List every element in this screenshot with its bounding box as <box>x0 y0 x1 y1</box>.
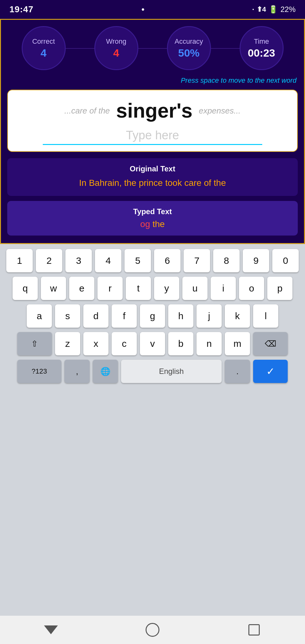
time-value: 00:23 <box>248 47 275 59</box>
key-e[interactable]: e <box>69 277 94 300</box>
stat-correct: Correct 4 <box>22 26 66 70</box>
key-p[interactable]: p <box>267 277 292 300</box>
original-text-box: Original Text In Bahrain, the prince too… <box>7 158 298 196</box>
key-6[interactable]: 6 <box>154 249 180 272</box>
signal-icon: ⬆4 <box>257 5 266 14</box>
stat-accuracy: Accuracy 50% <box>167 26 211 70</box>
key-d[interactable]: d <box>83 304 108 328</box>
context-before: ...care of the <box>64 106 110 116</box>
typed-correct-part: the <box>150 219 165 229</box>
typed-text-box: Typed Text og the <box>7 201 298 236</box>
key-k[interactable]: k <box>225 304 250 328</box>
qwerty-row: q w e r t y u i o p <box>3 277 302 300</box>
key-t[interactable]: t <box>126 277 151 300</box>
key-a[interactable]: a <box>27 304 52 328</box>
key-7[interactable]: 7 <box>184 249 210 272</box>
typed-wrong-part: og <box>140 219 150 229</box>
backspace-key[interactable]: ⌫ <box>253 332 288 355</box>
key-i[interactable]: i <box>211 277 236 300</box>
accuracy-value: 50% <box>178 47 199 59</box>
key-2[interactable]: 2 <box>36 249 62 272</box>
original-text-label: Original Text <box>15 164 290 173</box>
time-label: Time <box>254 37 269 46</box>
bottom-row: ?123 , 🌐 English . ✓ <box>3 360 302 383</box>
status-time: 19:47 <box>9 4 34 14</box>
key-c[interactable]: c <box>112 332 137 355</box>
key-3[interactable]: 3 <box>65 249 92 272</box>
asdf-row: a s d f g h j k l <box>3 304 302 328</box>
type-input-area[interactable]: Type here <box>15 129 290 145</box>
key-n[interactable]: n <box>197 332 222 355</box>
typed-text-label: Typed Text <box>15 207 290 216</box>
key-z[interactable]: z <box>55 332 80 355</box>
type-underline <box>43 144 262 145</box>
key-g[interactable]: g <box>140 304 165 328</box>
app-container: Correct 4 Wrong 4 Accuracy 50% Time 00:2… <box>0 19 305 244</box>
stats-row: Correct 4 Wrong 4 Accuracy 50% Time 00:2… <box>7 26 298 70</box>
back-icon <box>44 625 58 634</box>
symbols-key[interactable]: ?123 <box>17 360 61 383</box>
key-y[interactable]: y <box>154 277 179 300</box>
context-after: expenses... <box>199 106 241 116</box>
correct-label: Correct <box>32 37 55 46</box>
signal-dot: • <box>252 7 254 12</box>
enter-key[interactable]: ✓ <box>253 360 288 383</box>
number-row: 1 2 3 4 5 6 7 8 9 0 <box>3 249 302 272</box>
status-dot: • <box>141 4 145 14</box>
space-key[interactable]: English <box>121 360 222 383</box>
stat-wrong: Wrong 4 <box>94 26 138 70</box>
typed-text-content: og the <box>15 219 290 229</box>
key-0[interactable]: 0 <box>272 249 299 272</box>
key-5[interactable]: 5 <box>125 249 151 272</box>
key-h[interactable]: h <box>168 304 193 328</box>
comma-key[interactable]: , <box>64 360 90 383</box>
original-text-content: In Bahrain, the prince took care of the <box>15 176 290 190</box>
nav-bar <box>0 616 305 644</box>
battery-percent: 22% <box>280 5 296 14</box>
status-bar: 19:47 • • ⬆4 🔋 22% <box>0 0 305 19</box>
wrong-value: 4 <box>113 47 119 59</box>
key-r[interactable]: r <box>97 277 123 300</box>
key-f[interactable]: f <box>112 304 137 328</box>
type-placeholder: Type here <box>126 129 179 142</box>
status-icons: • ⬆4 🔋 22% <box>252 5 296 14</box>
period-key[interactable]: . <box>225 360 250 383</box>
accuracy-label: Accuracy <box>175 37 203 46</box>
key-j[interactable]: j <box>197 304 222 328</box>
key-u[interactable]: u <box>182 277 208 300</box>
keyboard-container: 1 2 3 4 5 6 7 8 9 0 q w e r t y u i o p … <box>0 244 305 616</box>
key-s[interactable]: s <box>55 304 80 328</box>
key-x[interactable]: x <box>83 332 108 355</box>
globe-key[interactable]: 🌐 <box>93 360 118 383</box>
key-q[interactable]: q <box>13 277 38 300</box>
key-8[interactable]: 8 <box>213 249 240 272</box>
key-9[interactable]: 9 <box>243 249 269 272</box>
key-w[interactable]: w <box>41 277 66 300</box>
current-word: singer's <box>116 99 192 122</box>
stat-time: Time 00:23 <box>240 26 284 70</box>
key-l[interactable]: l <box>253 304 278 328</box>
home-icon <box>146 623 159 637</box>
key-4[interactable]: 4 <box>95 249 121 272</box>
correct-value: 4 <box>41 47 47 59</box>
home-button[interactable] <box>140 620 165 639</box>
recents-icon <box>248 624 260 636</box>
word-context: ...care of the singer's expenses... <box>15 99 290 122</box>
key-v[interactable]: v <box>140 332 165 355</box>
word-box: ...care of the singer's expenses... Type… <box>7 90 298 152</box>
key-b[interactable]: b <box>168 332 193 355</box>
hint-text: Press space to move to the next word <box>7 76 298 85</box>
wrong-label: Wrong <box>106 37 126 46</box>
key-m[interactable]: m <box>225 332 250 355</box>
zxcv-row: ⇧ z x c v b n m ⌫ <box>3 332 302 355</box>
key-1[interactable]: 1 <box>6 249 33 272</box>
recents-button[interactable] <box>241 620 267 639</box>
key-o[interactable]: o <box>239 277 264 300</box>
battery-icon: 🔋 <box>269 5 278 14</box>
back-button[interactable] <box>38 620 64 639</box>
shift-key[interactable]: ⇧ <box>17 332 52 355</box>
